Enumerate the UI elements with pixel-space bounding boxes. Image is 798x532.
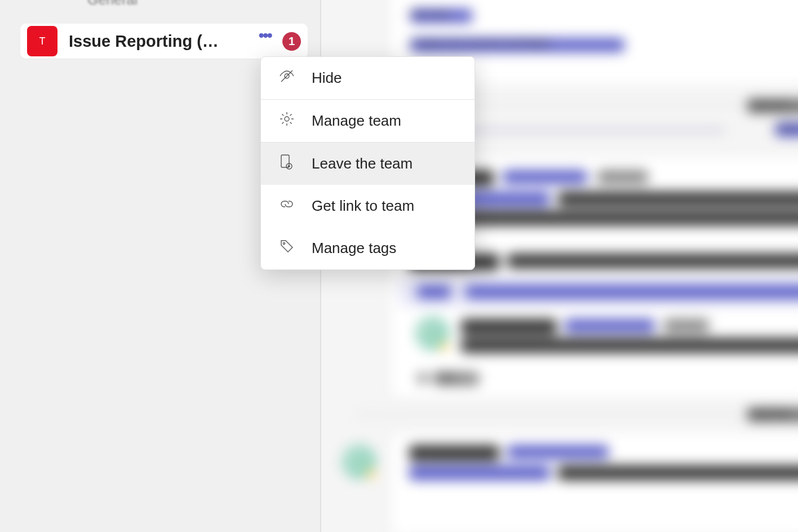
last-read-marker: Last re (775, 123, 798, 136)
team-avatar: T (27, 26, 57, 56)
menu-item-label: Manage team (312, 112, 401, 130)
tag-icon (278, 237, 296, 259)
svg-point-2 (285, 117, 289, 121)
menu-item-get-link[interactable]: Get link to team (261, 185, 475, 227)
menu-item-leave-team[interactable]: Leave the team (261, 143, 475, 185)
team-row[interactable]: T Issue Reporting (… ••• 1 (20, 24, 308, 59)
eye-off-icon (278, 67, 296, 89)
reply-label[interactable]: Reply (434, 372, 479, 385)
menu-item-hide[interactable]: Hide (261, 57, 475, 100)
menu-item-manage-tags[interactable]: Manage tags (261, 227, 475, 269)
gear-icon (278, 110, 296, 132)
team-context-menu: Hide Manage team Leave the team Get link… (260, 56, 475, 270)
menu-item-label: Leave the team (312, 155, 413, 172)
leave-icon (278, 153, 296, 175)
replies-summary[interactable]: 3 replies from Giovanni and Robert (410, 38, 624, 52)
channel-label: General (87, 0, 138, 8)
date-divider: September (747, 99, 798, 113)
svg-rect-3 (281, 155, 289, 167)
menu-item-manage-team[interactable]: Manage team (261, 100, 475, 143)
presence-dot (440, 342, 450, 352)
menu-item-label: Hide (312, 69, 342, 87)
menu-item-label: Get link to team (312, 197, 414, 215)
date-divider: September (747, 408, 798, 422)
more-options-button[interactable]: ••• (258, 27, 271, 44)
menu-item-label: Manage tags (312, 240, 396, 257)
svg-line-1 (281, 70, 292, 82)
unread-badge: 1 (282, 32, 301, 51)
team-name: Issue Reporting (… (69, 32, 247, 51)
link-icon (278, 195, 296, 217)
see-more-link[interactable]: See more (410, 9, 472, 23)
svg-point-5 (283, 242, 285, 244)
